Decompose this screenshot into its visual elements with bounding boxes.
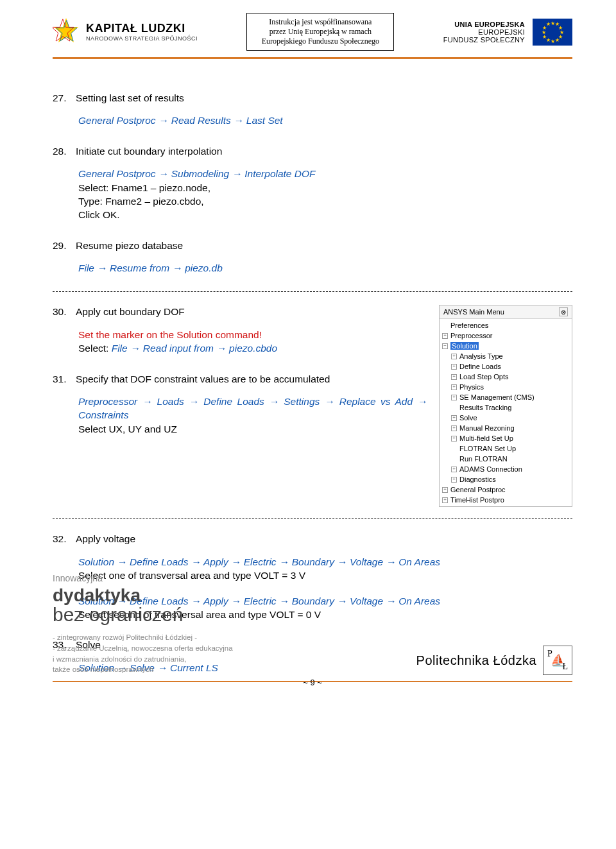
menu-label: Preferences <box>450 322 488 329</box>
step-num: 31. <box>53 372 72 386</box>
page-number: ~ 9 ~ <box>53 678 572 687</box>
step-title: Resume piezo database <box>76 239 183 252</box>
section-divider <box>53 519 572 519</box>
header-note-l2: przez Unię Europejską w ramach <box>252 27 388 37</box>
ansys-main-menu[interactable]: ANSYS Main Menu ⊗ Preferences+Preprocess… <box>439 305 572 507</box>
warning-text: Set the marker on the Solution command! <box>78 328 427 341</box>
section-divider <box>53 291 572 292</box>
kl-star-icon <box>53 17 80 47</box>
kl-sub: NARODOWA STRATEGIA SPÓJNOŚCI <box>86 35 198 42</box>
menu-label: Physics <box>459 383 484 391</box>
step-line: Click OK. <box>78 208 572 221</box>
menu-item-timehist-postpro[interactable]: +TimeHist Postpro <box>440 495 572 505</box>
menu-item-run-flotran[interactable]: Run FLOTRAN <box>440 454 572 464</box>
kl-title: KAPITAŁ LUDZKI <box>86 22 198 35</box>
footer-word2: dydaktyka <box>53 585 141 605</box>
footer-line: - zarządzanie Uczelnią, nowoczesna ofert… <box>53 643 233 654</box>
menu-item-solve[interactable]: +Solve <box>440 413 572 423</box>
menu-item-preferences[interactable]: Preferences <box>440 320 572 330</box>
step-title: Setting last set of results <box>76 91 184 105</box>
menu-label: Load Step Opts <box>459 373 508 381</box>
page-header: KAPITAŁ LUDZKI NARODOWA STRATEGIA SPÓJNO… <box>53 13 572 51</box>
expand-icon[interactable]: + <box>442 487 448 493</box>
footer-line: - zintegrowany rozwój Politechniki Łódzk… <box>53 632 233 643</box>
menu-item-general-postproc[interactable]: +General Postproc <box>440 485 572 495</box>
menu-label: FLOTRAN Set Up <box>459 445 516 452</box>
pl-name: Politechnika Łódzka <box>416 653 536 668</box>
expand-icon[interactable]: + <box>442 333 448 339</box>
footer-line: także osób niepełnosprawnych <box>53 664 233 675</box>
step-line: Select: <box>78 343 112 354</box>
expand-icon[interactable]: + <box>451 415 457 421</box>
menu-item-define-loads[interactable]: +Define Loads <box>440 361 572 372</box>
footer-word3: bez ograniczeń <box>53 604 183 625</box>
menu-item-solution[interactable]: −Solution <box>440 341 572 351</box>
menu-item-preprocessor[interactable]: +Preprocessor <box>440 330 572 341</box>
step-line: Select: Fname1 – piezo.node, <box>78 181 572 194</box>
menu-path: General Postproc → Read Results → Last S… <box>78 114 572 127</box>
menu-item-analysis-type[interactable]: +Analysis Type <box>440 351 572 361</box>
step-title: Specify that DOF constraint values are t… <box>76 372 330 386</box>
menu-item-physics[interactable]: +Physics <box>440 382 572 392</box>
eu-l2: EUROPEJSKI <box>443 28 525 36</box>
menu-item-results-tracking[interactable]: Results Tracking <box>440 402 572 413</box>
step-num: 30. <box>53 305 72 318</box>
expand-icon[interactable]: + <box>442 497 448 503</box>
expand-icon[interactable]: − <box>442 343 448 349</box>
expand-icon[interactable]: + <box>451 467 457 472</box>
step-num: 32. <box>53 532 72 545</box>
step-title: Apply cut boundary DOF <box>76 305 185 318</box>
menu-title: ANSYS Main Menu <box>443 308 504 316</box>
header-note-l3: Europejskiego Funduszu Społecznego <box>252 37 388 46</box>
menu-label: SE Management (CMS) <box>459 393 535 401</box>
expand-icon[interactable]: + <box>451 436 457 442</box>
menu-item-se-management-cms-[interactable]: +SE Management (CMS) <box>440 392 572 402</box>
logo-kapital-ludzki: KAPITAŁ LUDZKI NARODOWA STRATEGIA SPÓJNO… <box>53 17 198 47</box>
expand-icon[interactable]: + <box>451 425 457 431</box>
logo-eu: UNIA EUROPEJSKA EUROPEJSKI FUNDUSZ SPOŁE… <box>443 19 572 46</box>
page-footer: Innowacyjna dydaktyka bez ograniczeń - z… <box>53 573 572 687</box>
menu-label: Define Loads <box>459 363 501 370</box>
expand-icon[interactable]: + <box>451 374 457 380</box>
footer-word1: Innowacyjna <box>53 573 233 583</box>
footer-line: i wzmacniania zdolności do zatrudniania, <box>53 654 233 665</box>
politechnika-logo: Politechnika Łódzka P⛵Ł <box>416 646 572 675</box>
menu-label: Diagnostics <box>459 476 496 483</box>
menu-item-flotran-set-up[interactable]: FLOTRAN Set Up <box>440 443 572 454</box>
expand-icon[interactable]: + <box>451 395 457 400</box>
eu-flag-icon: ★★★★★★★★★★★★ <box>533 19 572 46</box>
eu-l3: FUNDUSZ SPOŁECZNY <box>443 36 525 44</box>
expand-icon[interactable]: + <box>451 384 457 390</box>
eu-l1: UNIA EUROPEJSKA <box>443 21 525 28</box>
menu-label: ADAMS Connection <box>459 465 522 473</box>
expand-icon[interactable]: + <box>451 477 457 483</box>
menu-item-load-step-opts[interactable]: +Load Step Opts <box>440 372 572 382</box>
step-num: 27. <box>53 91 72 105</box>
menu-path: Solution → Define Loads → Apply → Electr… <box>78 555 572 569</box>
menu-label: Solve <box>459 414 477 422</box>
step-num: 29. <box>53 239 72 252</box>
menu-collapse-icon[interactable]: ⊗ <box>559 307 568 316</box>
header-rule <box>53 57 572 59</box>
menu-path: File → Resume from → piezo.db <box>78 261 572 275</box>
menu-path: File → Read input from → piezo.cbdo <box>112 343 277 354</box>
expand-icon[interactable]: + <box>451 354 457 359</box>
step-line: Type: Fname2 – piezo.cbdo, <box>78 194 572 208</box>
header-note: Instrukcja jest współfinansowana przez U… <box>246 13 394 51</box>
menu-label: Manual Rezoning <box>459 424 515 432</box>
menu-label: General Postproc <box>450 486 506 493</box>
menu-item-diagnostics[interactable]: +Diagnostics <box>440 474 572 485</box>
menu-path: General Postproc → Submodeling → Interpo… <box>78 167 572 180</box>
menu-item-manual-rezoning[interactable]: +Manual Rezoning <box>440 423 572 433</box>
menu-label: TimeHist Postpro <box>450 496 504 504</box>
menu-tree[interactable]: Preferences+Preprocessor−Solution+Analys… <box>440 319 572 506</box>
menu-item-multi-field-set-up[interactable]: +Multi-field Set Up <box>440 433 572 443</box>
menu-label: Preprocessor <box>450 332 492 339</box>
menu-path: Preprocessor → Loads → Define Loads → Se… <box>78 395 427 422</box>
menu-label: Results Tracking <box>459 404 511 411</box>
menu-label: Analysis Type <box>459 352 503 360</box>
menu-label: Solution <box>450 342 479 350</box>
menu-item-adams-connection[interactable]: +ADAMS Connection <box>440 464 572 474</box>
menu-label: Multi-field Set Up <box>459 434 513 442</box>
expand-icon[interactable]: + <box>451 364 457 370</box>
